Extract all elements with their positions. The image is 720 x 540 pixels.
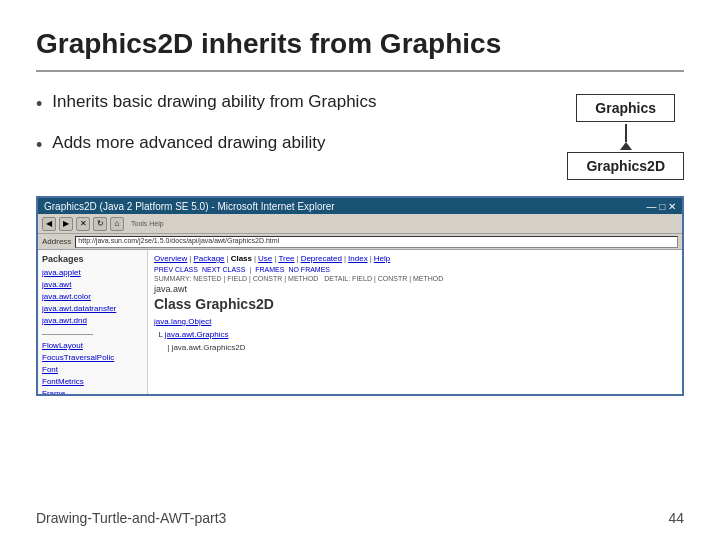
tab-package[interactable]: Package [193, 254, 224, 263]
sidebar-item-font[interactable]: Font [42, 364, 143, 376]
next-class-link[interactable]: NEXT CLASS [202, 266, 245, 273]
browser-content: Overview | Package | Class | Use | Tree … [148, 250, 682, 396]
inheritance-diagram: Graphics Graphics2D [567, 94, 684, 180]
prev-class-link[interactable]: PREV CLASS [154, 266, 198, 273]
browser-title: Graphics2D (Java 2 Platform SE 5.0) - Mi… [44, 201, 335, 212]
sidebar-item-color[interactable]: java.awt.color [42, 291, 143, 303]
browser-hierarchy: java.lang.Object L java.awt.Graphics | j… [154, 316, 676, 354]
browser-package: java.awt [154, 284, 676, 294]
footer-page: 44 [668, 510, 684, 526]
bullets: • Inherits basic drawing ability from Gr… [36, 90, 547, 172]
sidebar-title: Packages [42, 254, 143, 264]
summary-bar: SUMMARY: NESTED | FIELD | CONSTR | METHO… [154, 275, 676, 282]
sidebar-item-datatransfer[interactable]: java.awt.datatransfer [42, 303, 143, 315]
parent-class-box: Graphics [576, 94, 675, 122]
browser-class-title: Class Graphics2D [154, 296, 676, 312]
bullet-dot-2: • [36, 133, 42, 158]
sidebar-item-frame[interactable]: Frame [42, 388, 143, 396]
tab-help[interactable]: Help [374, 254, 390, 263]
address-label: Address [42, 237, 71, 246]
frames-link[interactable]: FRAMES [255, 266, 284, 273]
tab-tree[interactable]: Tree [278, 254, 294, 263]
tab-overview[interactable]: Overview [154, 254, 187, 263]
slide: Graphics2D inherits from Graphics • Inhe… [0, 0, 720, 540]
toolbar-label: Tools Help [127, 220, 678, 227]
browser-controls: — □ ✕ [646, 201, 676, 212]
arrow-head [620, 142, 632, 150]
stop-button[interactable]: ✕ [76, 217, 90, 231]
tab-use[interactable]: Use [258, 254, 272, 263]
browser-titlebar: Graphics2D (Java 2 Platform SE 5.0) - Mi… [38, 198, 682, 214]
tab-index[interactable]: Index [348, 254, 368, 263]
content-area: • Inherits basic drawing ability from Gr… [36, 90, 684, 180]
forward-button[interactable]: ▶ [59, 217, 73, 231]
sidebar-item-dnd[interactable]: java.awt.dnd [42, 315, 143, 327]
bullet-item-2: • Adds more advanced drawing ability [36, 131, 547, 158]
browser-address-bar: Address http://java.sun.com/j2se/1.5.0/d… [38, 234, 682, 250]
hierarchy-graphics[interactable]: java.awt.Graphics [165, 330, 229, 339]
home-button[interactable]: ⌂ [110, 217, 124, 231]
sidebar-section: ───────── [42, 330, 143, 339]
tab-class[interactable]: Class [231, 254, 252, 263]
bullet-dot-1: • [36, 92, 42, 117]
no-frames-link[interactable]: NO FRAMES [288, 266, 330, 273]
inheritance-arrow [620, 124, 632, 150]
bullet-text-1: Inherits basic drawing ability from Grap… [52, 90, 376, 114]
browser-main: Packages java.applet java.awt java.awt.c… [38, 250, 682, 396]
browser-toolbar: ◀ ▶ ✕ ↻ ⌂ Tools Help [38, 214, 682, 234]
bullet-text-2: Adds more advanced drawing ability [52, 131, 325, 155]
sidebar-item-flowlayout[interactable]: FlowLayout [42, 340, 143, 352]
browser-screenshot: Graphics2D (Java 2 Platform SE 5.0) - Mi… [36, 196, 684, 396]
child-class-box: Graphics2D [567, 152, 684, 180]
back-button[interactable]: ◀ [42, 217, 56, 231]
sidebar-item-focustraversal[interactable]: FocusTraversalPolic [42, 352, 143, 364]
footer: Drawing-Turtle-and-AWT-part3 44 [0, 510, 720, 526]
arrow-line [625, 124, 627, 142]
refresh-button[interactable]: ↻ [93, 217, 107, 231]
footer-course: Drawing-Turtle-and-AWT-part3 [36, 510, 226, 526]
sidebar-item-fontmetrics[interactable]: FontMetrics [42, 376, 143, 388]
hierarchy-object[interactable]: java.lang.Object [154, 317, 211, 326]
sidebar-item-awt[interactable]: java.awt [42, 279, 143, 291]
bullet-item-1: • Inherits basic drawing ability from Gr… [36, 90, 547, 117]
sidebar-item-applet[interactable]: java.applet [42, 267, 143, 279]
slide-title: Graphics2D inherits from Graphics [36, 28, 684, 72]
browser-nav-tabs: Overview | Package | Class | Use | Tree … [154, 254, 676, 263]
browser-nav-frames: PREV CLASS NEXT CLASS | FRAMES NO FRAMES [154, 266, 676, 273]
address-input[interactable]: http://java.sun.com/j2se/1.5.0/docs/api/… [75, 236, 678, 248]
browser-sidebar: Packages java.applet java.awt java.awt.c… [38, 250, 148, 396]
tab-deprecated[interactable]: Deprecated [301, 254, 342, 263]
